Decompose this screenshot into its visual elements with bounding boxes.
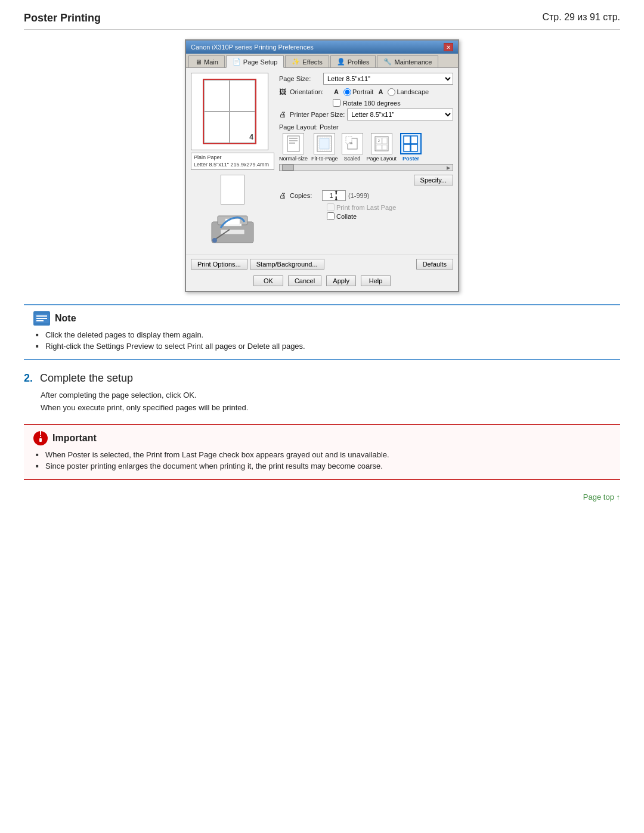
svg-rect-10 xyxy=(289,143,295,144)
layout-page-layout[interactable]: 2 Page Layout xyxy=(367,133,397,162)
copies-spinner[interactable]: 1 ⬆⬇ xyxy=(322,190,346,201)
ok-button[interactable]: OK xyxy=(253,275,283,286)
important-icon: ! xyxy=(33,431,48,445)
svg-rect-28 xyxy=(36,315,47,317)
defaults-button[interactable]: Defaults xyxy=(416,259,453,270)
page-setup-tab-icon: 📄 xyxy=(233,58,241,66)
copies-range: (1-999) xyxy=(348,192,369,199)
specify-button[interactable]: Specify... xyxy=(414,175,453,185)
layout-fit-to-page-label: Fit-to-Page xyxy=(311,156,338,162)
note-section: Note Click the deleted pages to display … xyxy=(24,304,620,360)
important-section: ! Important When Poster is selected, the… xyxy=(24,424,620,480)
portrait-radio-label[interactable]: Portrait xyxy=(343,88,373,96)
important-list: When Poster is selected, the Print from … xyxy=(33,450,611,470)
svg-rect-25 xyxy=(404,144,410,151)
landscape-radio-label[interactable]: Landscape xyxy=(388,88,429,96)
printer-paper-size-select[interactable]: Letter 8.5"x11" xyxy=(347,109,453,120)
layout-poster[interactable]: Poster xyxy=(400,133,422,162)
tab-profiles[interactable]: 👤 Profiles xyxy=(330,55,376,67)
effects-tab-icon: ✨ xyxy=(292,58,300,66)
paper-info: Plain Paper Letter 8.5"x11" 215.9x279.4m… xyxy=(191,153,274,170)
effects-tab-label: Effects xyxy=(302,58,322,66)
copies-icon: 🖨 xyxy=(279,191,286,200)
dialog-titlebar: Canon iX310P series Printing Preferences… xyxy=(186,41,458,54)
tab-maintenance[interactable]: 🔧 Maintenance xyxy=(377,55,438,67)
layout-scaled[interactable]: % Scaled xyxy=(342,133,363,162)
page-size-row: Page Size: Letter 8.5"x11" xyxy=(279,73,453,85)
landscape-radio[interactable] xyxy=(388,88,395,96)
scrollbar[interactable]: ▶ xyxy=(279,164,453,171)
dialog-window: Canon iX310P series Printing Preferences… xyxy=(185,39,459,292)
dialog-left-panel: 4 Plain Paper Letter 8.5"x11" 215.9x279.… xyxy=(191,73,274,250)
step2-section: 2. Complete the setup After completing t… xyxy=(24,372,620,414)
page-number: Стр. 29 из 91 стр. xyxy=(542,12,620,23)
profiles-tab-icon: 👤 xyxy=(337,58,345,66)
dialog-close-button[interactable]: ✕ xyxy=(444,43,453,51)
portrait-radio[interactable] xyxy=(343,88,351,96)
important-item-2: Since poster printing enlarges the docum… xyxy=(33,462,611,470)
svg-text:!: ! xyxy=(39,431,42,439)
footer-left-buttons: Print Options... Stamp/Background... xyxy=(191,259,324,270)
orientation-radio-group: Portrait A Landscape xyxy=(343,88,429,96)
printer-paper-size-row: 🖨 Printer Paper Size: Letter 8.5"x11" xyxy=(279,109,453,120)
layout-normal-size-icon xyxy=(283,133,304,154)
orientation-icon: 🖼 xyxy=(279,88,286,96)
orientation-label: Orientation: xyxy=(290,88,332,95)
note-icon xyxy=(33,311,50,326)
step2-number: 2. xyxy=(24,372,33,385)
small-paper-preview xyxy=(221,175,244,205)
print-options-button[interactable]: Print Options... xyxy=(191,259,247,270)
cancel-button[interactable]: Cancel xyxy=(288,275,321,286)
print-from-last-page-label: Print from Last Page xyxy=(336,204,396,211)
layout-poster-label: Poster xyxy=(402,156,419,162)
page-header: Poster Printing Стр. 29 из 91 стр. xyxy=(24,12,620,30)
dialog-body: 4 Plain Paper Letter 8.5"x11" 215.9x279.… xyxy=(186,68,458,255)
collate-row: Collate xyxy=(327,212,453,220)
important-header: ! Important xyxy=(33,431,611,445)
dialog-footer-top-btns: Print Options... Stamp/Background... Def… xyxy=(186,255,458,273)
print-from-last-page-checkbox[interactable] xyxy=(327,203,335,211)
tab-main[interactable]: 🖥 Main xyxy=(188,55,225,67)
svg-rect-21 xyxy=(382,145,387,150)
layout-fit-to-page[interactable]: Fit-to-Page xyxy=(311,133,338,162)
specify-btn-row: Specify... xyxy=(279,175,453,185)
svg-rect-8 xyxy=(289,138,298,139)
note-header: Note xyxy=(33,311,611,326)
page-layout-label: Page Layout: xyxy=(279,123,318,131)
svg-rect-33 xyxy=(39,438,42,442)
printer-paper-size-label: Printer Paper Size: xyxy=(290,111,345,118)
step2-line1: After completing the page selection, cli… xyxy=(41,389,620,402)
apply-button[interactable]: Apply xyxy=(326,275,356,286)
page-layout-section-label: Page Layout: Poster xyxy=(279,123,453,131)
note-item-1: Click the deleted pages to display them … xyxy=(33,330,611,339)
scrollbar-right-arrow: ▶ xyxy=(447,165,450,171)
layout-scaled-label: Scaled xyxy=(344,156,361,162)
layout-normal-size[interactable]: Normal-size xyxy=(279,133,308,162)
layout-page-layout-label: Page Layout xyxy=(367,156,397,162)
landscape-a-icon: A xyxy=(378,88,383,95)
svg-rect-30 xyxy=(36,320,44,321)
help-button[interactable]: Help xyxy=(361,275,391,286)
preview-area: 4 xyxy=(191,73,268,150)
tab-effects[interactable]: ✨ Effects xyxy=(285,55,329,67)
page-top-link[interactable]: Page top ↑ xyxy=(583,493,620,501)
layout-scaled-icon: % xyxy=(342,133,363,154)
rotate-checkbox[interactable] xyxy=(333,99,340,107)
print-from-last-page-row: Print from Last Page xyxy=(327,203,453,211)
collate-checkbox[interactable] xyxy=(327,212,335,220)
orientation-a-icon: A xyxy=(334,88,339,95)
stamp-background-button[interactable]: Stamp/Background... xyxy=(250,259,324,270)
poster-preview-grid: 4 xyxy=(203,79,256,144)
preview-cell-bottom-right: 4 xyxy=(230,112,255,143)
dialog-tabs: 🖥 Main 📄 Page Setup ✨ Effects 👤 Profiles… xyxy=(186,54,458,68)
page-layout-value: Poster xyxy=(320,123,339,131)
svg-rect-9 xyxy=(289,140,298,141)
step2-header: 2. Complete the setup xyxy=(24,372,620,385)
profiles-tab-label: Profiles xyxy=(348,58,370,66)
step2-content: After completing the page selection, cli… xyxy=(41,389,620,414)
tab-page-setup[interactable]: 📄 Page Setup xyxy=(226,55,284,68)
svg-rect-13 xyxy=(320,138,329,149)
page-size-select[interactable]: Letter 8.5"x11" xyxy=(323,73,453,85)
maintenance-tab-label: Maintenance xyxy=(394,58,432,66)
printer-paper-icon: 🖨 xyxy=(279,110,286,119)
